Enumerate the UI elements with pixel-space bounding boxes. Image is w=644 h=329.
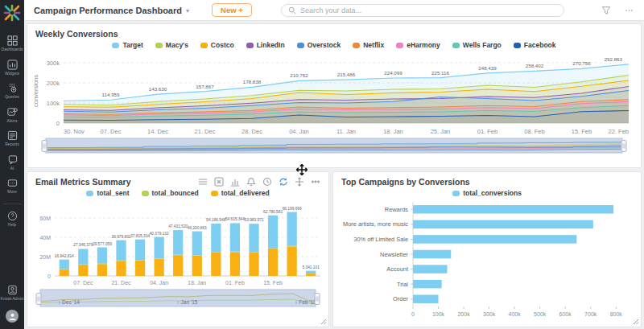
- sidebar-item-alerts[interactable]: Alerts: [0, 104, 24, 128]
- hbar-30-off-limited-sale[interactable]: [413, 235, 576, 244]
- bar-segment-total_sent[interactable]: [78, 249, 88, 264]
- bar-segment-total_sent[interactable]: [249, 224, 258, 252]
- bar-segment-total_delivered[interactable]: [249, 253, 258, 276]
- navigator-handle-left[interactable]: [42, 141, 47, 152]
- bar-segment-total_bounced[interactable]: [192, 255, 202, 256]
- bar-segment-total_delivered[interactable]: [306, 273, 316, 276]
- bar-segment-total_sent[interactable]: [230, 223, 240, 251]
- sidebar-item-ai[interactable]: AI: [0, 151, 24, 175]
- hbar-order[interactable]: [413, 294, 439, 303]
- bar-segment-total_sent[interactable]: [173, 230, 183, 255]
- bar-segment-total_sent[interactable]: [306, 271, 316, 273]
- resize-handle[interactable]: [633, 319, 639, 325]
- knowi-logo-icon[interactable]: [2, 3, 22, 23]
- more-icon: [7, 178, 18, 188]
- alert-bell-icon[interactable]: [246, 177, 256, 187]
- new-button[interactable]: New +: [212, 3, 252, 17]
- legend-item[interactable]: Target: [112, 41, 142, 49]
- move-icon[interactable]: [295, 177, 304, 187]
- legend-item[interactable]: LinkedIn: [246, 41, 285, 49]
- legend-item[interactable]: eHarmony: [396, 41, 440, 49]
- bar-segment-total_bounced[interactable]: [268, 248, 278, 249]
- bar-segment-total_delivered[interactable]: [116, 261, 126, 276]
- svg-text:29,577,059: 29,577,059: [93, 242, 112, 246]
- legend-item[interactable]: total_delivered: [211, 189, 270, 197]
- bar-segment-total_delivered[interactable]: [230, 252, 240, 276]
- resize-handle[interactable]: [320, 319, 327, 325]
- sidebar-item-admin[interactable]: Knowi Admin: [0, 282, 24, 306]
- navigator-handle-right[interactable]: [315, 294, 320, 305]
- top-campaigns-chart: RewardsMore artists, more music30% off L…: [334, 197, 640, 319]
- search-input[interactable]: [300, 6, 557, 14]
- legend-label: total_sent: [97, 189, 129, 197]
- hbar-account[interactable]: [413, 265, 448, 273]
- header-more-icon[interactable]: [624, 6, 634, 15]
- hbar-trial[interactable]: [413, 280, 442, 289]
- bar-segment-total_delivered[interactable]: [287, 246, 297, 276]
- bar-segment-total_bounced[interactable]: [173, 255, 183, 256]
- navigator-handle-left[interactable]: [36, 294, 41, 305]
- history-icon[interactable]: [262, 177, 272, 187]
- bar-segment-total_delivered[interactable]: [211, 253, 221, 276]
- bar-segment-total_sent[interactable]: [135, 240, 145, 261]
- legend-item[interactable]: Costco: [200, 41, 234, 49]
- weekly-navigator[interactable]: [41, 138, 627, 154]
- menu-icon[interactable]: [198, 177, 208, 187]
- bar-segment-total_delivered[interactable]: [78, 265, 88, 276]
- bar-segment-total_delivered[interactable]: [268, 249, 278, 276]
- bar-segment-total_delivered[interactable]: [135, 261, 145, 276]
- svg-text:Feb '15: Feb '15: [299, 299, 316, 305]
- legend-item[interactable]: Wells Fargo: [452, 41, 502, 49]
- dashboard-title[interactable]: Campaign Performance Dashboard: [34, 6, 182, 15]
- bar-segment-total_delivered[interactable]: [60, 269, 69, 276]
- email-navigator[interactable]: Dec '14Jan '15Feb '15: [35, 289, 320, 309]
- legend-item[interactable]: Overstock: [297, 41, 341, 49]
- legend-item[interactable]: total_conversions: [452, 189, 522, 197]
- bar-segment-total_sent[interactable]: [287, 212, 297, 246]
- bar-segment-total_delivered[interactable]: [192, 256, 202, 276]
- bar-segment-total_sent[interactable]: [155, 237, 164, 259]
- export-icon[interactable]: [214, 177, 224, 187]
- chart-type-icon[interactable]: [230, 177, 240, 187]
- hbar-newsletter[interactable]: [413, 250, 451, 259]
- sidebar-item-reports[interactable]: Reports: [0, 127, 24, 151]
- legend-item[interactable]: Facebook: [514, 41, 556, 49]
- svg-text:157,867: 157,867: [196, 84, 214, 89]
- hbar-rewards[interactable]: [413, 205, 613, 213]
- legend-item[interactable]: Netflix: [353, 41, 384, 49]
- legend-item[interactable]: total_sent: [86, 189, 129, 197]
- svg-text:0: 0: [56, 120, 60, 127]
- bar-segment-total_bounced[interactable]: [230, 252, 240, 253]
- bar-segment-total_bounced[interactable]: [287, 246, 297, 247]
- navigator-handle-right[interactable]: [621, 141, 626, 152]
- search-bar[interactable]: [281, 4, 564, 17]
- legend-item[interactable]: Macy's: [155, 41, 188, 49]
- reports-icon: [7, 130, 18, 141]
- svg-text:0: 0: [47, 273, 51, 279]
- bar-segment-total_sent[interactable]: [268, 216, 278, 249]
- bar-segment-total_delivered[interactable]: [97, 264, 107, 276]
- sidebar-item-help[interactable]: Help: [0, 208, 24, 232]
- widget-more-icon[interactable]: [311, 177, 320, 187]
- sync-icon[interactable]: [279, 177, 288, 187]
- bar-segment-total_sent[interactable]: [97, 248, 107, 264]
- hbar-more-artists-more-music[interactable]: [413, 220, 593, 229]
- bar-segment-total_delivered[interactable]: [155, 259, 164, 276]
- chevron-down-icon[interactable]: ▾: [186, 7, 189, 14]
- filter-icon[interactable]: [601, 6, 611, 15]
- sidebar-item-more[interactable]: More: [0, 175, 24, 199]
- bar-segment-total_delivered[interactable]: [173, 255, 183, 276]
- sidebar-item-queries[interactable]: Queries: [0, 80, 24, 104]
- bar-segment-total_sent[interactable]: [116, 241, 126, 261]
- legend-item[interactable]: total_bounced: [142, 189, 199, 197]
- legend-swatch: [396, 43, 403, 48]
- user-avatar[interactable]: [6, 310, 19, 323]
- sidebar-item-widgets[interactable]: Widgets: [0, 56, 24, 80]
- bar-segment-total_sent[interactable]: [211, 224, 221, 252]
- bar-segment-total_bounced[interactable]: [211, 252, 221, 253]
- sidebar-item-dashboards[interactable]: Dashboards: [0, 32, 24, 56]
- bar-segment-total_sent[interactable]: [192, 232, 202, 256]
- bar-segment-total_bounced[interactable]: [249, 252, 258, 253]
- svg-text:300k: 300k: [483, 311, 496, 317]
- bar-segment-total_sent[interactable]: [60, 260, 69, 269]
